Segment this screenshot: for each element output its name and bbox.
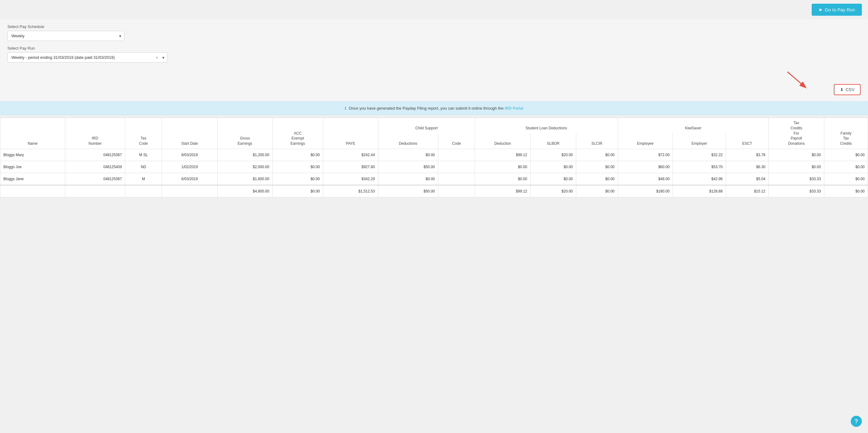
cell-ird: 048125387 — [65, 149, 125, 161]
ird-portal-link[interactable]: IRD Portal — [505, 106, 523, 111]
help-button[interactable]: ? — [851, 416, 862, 427]
payroll-table: Name IRDNumber TaxCode Start Date GrossE… — [0, 118, 868, 197]
table-row: Bloggs Jane 048125387 M 6/03/2019 $1,600… — [0, 173, 868, 185]
col-gross-earnings: GrossEarnings — [217, 118, 272, 149]
payrun-form-group: Select Pay Run Weekly - period ending 31… — [7, 46, 861, 62]
cell-kiwisaver-employee: $60.00 — [618, 161, 673, 173]
col-student-loan-deduction: Deduction — [475, 133, 530, 149]
cell-kiwisaver-employer: $32.22 — [673, 149, 726, 161]
cell-start-date: 1/02/2019 — [162, 161, 217, 173]
cell-gross-earnings: $1,200.00 — [217, 149, 272, 161]
cell-paye: $342.29 — [323, 173, 378, 185]
arrow-right-icon: ➤ — [818, 7, 823, 12]
col-acc-exempt: ACCExemptEarnings — [272, 118, 323, 149]
cell-slbor: $0.00 — [530, 173, 576, 185]
col-child-support-group: Child Support — [378, 118, 475, 133]
go-to-payrun-label: Go to Pay Run — [825, 7, 855, 12]
cell-acc-exempt: $0.00 — [272, 149, 323, 161]
totals-acc: $0.00 — [272, 185, 323, 197]
cell-student-deduction: $0.00 — [475, 161, 530, 173]
cell-tax-code: M — [125, 173, 162, 185]
go-to-payrun-button[interactable]: ➤ Go to Pay Run — [812, 4, 862, 16]
top-bar: ➤ Go to Pay Run — [0, 0, 868, 20]
col-tax-code: TaxCode — [125, 118, 162, 149]
cell-child-code — [438, 161, 475, 173]
cell-acc-exempt: $0.00 — [272, 161, 323, 173]
cell-family-tax: $0.00 — [824, 161, 868, 173]
cell-name: Bloggs Mary — [0, 149, 65, 161]
table-section: Name IRDNumber TaxCode Start Date GrossE… — [0, 118, 868, 197]
cell-family-tax: $0.00 — [824, 149, 868, 161]
cell-start-date: 6/03/2019 — [162, 173, 217, 185]
totals-slcir: $0.00 — [576, 185, 618, 197]
cell-gross-earnings: $1,600.00 — [217, 173, 272, 185]
col-ird-number: IRDNumber — [65, 118, 125, 149]
col-slbor: SLBOR — [530, 133, 576, 149]
csv-row: ⬇ CSV — [7, 75, 861, 95]
cell-tax-code: ND — [125, 161, 162, 173]
cell-child-support: $50.00 — [378, 161, 438, 173]
cell-esct: $6.30 — [726, 161, 769, 173]
cell-esct: $5.04 — [726, 173, 769, 185]
cell-name: Bloggs Jane — [0, 173, 65, 185]
cell-tax-credits: $0.00 — [769, 149, 824, 161]
col-kiwisaver-employee: Employee — [618, 133, 673, 149]
cell-child-code — [438, 173, 475, 185]
schedule-label: Select Pay Schedule — [7, 24, 861, 29]
payrun-label: Select Pay Run — [7, 46, 861, 51]
payrun-clear-button[interactable]: × — [155, 55, 158, 60]
col-name: Name — [0, 118, 65, 149]
cell-slcir: $0.00 — [576, 173, 618, 185]
col-tax-credits: TaxCreditsForPayrollDonations — [769, 118, 824, 149]
cell-child-code — [438, 149, 475, 161]
help-icon: ? — [855, 418, 858, 425]
cell-slcir: $0.00 — [576, 149, 618, 161]
totals-gross: $4,800.00 — [217, 185, 272, 197]
controls-section: Select Pay Schedule Weekly Select Pay Ru… — [0, 20, 868, 75]
cell-paye: $927.80 — [323, 161, 378, 173]
svg-line-1 — [787, 72, 805, 87]
cell-esct: $3.78 — [726, 149, 769, 161]
totals-name — [0, 185, 65, 197]
cell-slbor: $0.00 — [530, 161, 576, 173]
cell-kiwisaver-employee: $72.00 — [618, 149, 673, 161]
cell-student-deduction: $99.12 — [475, 149, 530, 161]
totals-kiwi-emp: $180.00 — [618, 185, 673, 197]
payrun-select[interactable]: Weekly - period ending 31/03/2019 (date … — [7, 52, 167, 62]
cell-student-deduction: $0.00 — [475, 173, 530, 185]
col-paye: PAYE — [323, 118, 378, 149]
totals-start-date — [162, 185, 217, 197]
totals-esct: $15.12 — [726, 185, 769, 197]
col-family-tax: FamilyTaxCredits — [824, 118, 868, 149]
csv-label: CSV — [845, 87, 855, 92]
totals-tax-credits: $33.33 — [769, 185, 824, 197]
cell-start-date: 8/03/2019 — [162, 149, 217, 161]
cell-tax-credits: $0.00 — [769, 161, 824, 173]
totals-paye: $1,512.53 — [323, 185, 378, 197]
totals-child-support: $50.00 — [378, 185, 438, 197]
download-icon: ⬇ — [840, 87, 844, 92]
cell-kiwisaver-employee: $48.00 — [618, 173, 673, 185]
cell-tax-code: M SL — [125, 149, 162, 161]
cell-tax-credits: $33.33 — [769, 173, 824, 185]
totals-row: $4,800.00 $0.00 $1,512.53 $50.00 $99.12 … — [0, 185, 868, 197]
cell-slbor: $20.00 — [530, 149, 576, 161]
col-child-support-code: Code — [438, 133, 475, 149]
schedule-form-group: Select Pay Schedule Weekly — [7, 24, 861, 41]
col-kiwisaver-employer: Employer — [673, 133, 726, 149]
info-icon: ℹ — [345, 106, 346, 111]
schedule-select-wrapper: Weekly — [7, 31, 124, 41]
col-child-support-deductions: Deductions — [378, 133, 438, 149]
cell-name: Bloggs Joe — [0, 161, 65, 173]
col-kiwisaver-group: KiwiSaver — [618, 118, 769, 133]
cell-child-support: $0.00 — [378, 173, 438, 185]
schedule-select[interactable]: Weekly — [7, 31, 124, 41]
cell-slcir: $0.00 — [576, 161, 618, 173]
totals-kiwi-er: $128.88 — [673, 185, 726, 197]
totals-ird — [65, 185, 125, 197]
totals-slbor: $20.00 — [530, 185, 576, 197]
csv-button[interactable]: ⬇ CSV — [834, 84, 861, 95]
totals-tax-code — [125, 185, 162, 197]
totals-child-code — [438, 185, 475, 197]
table-row: Bloggs Joe 048125409 ND 1/02/2019 $2,000… — [0, 161, 868, 173]
